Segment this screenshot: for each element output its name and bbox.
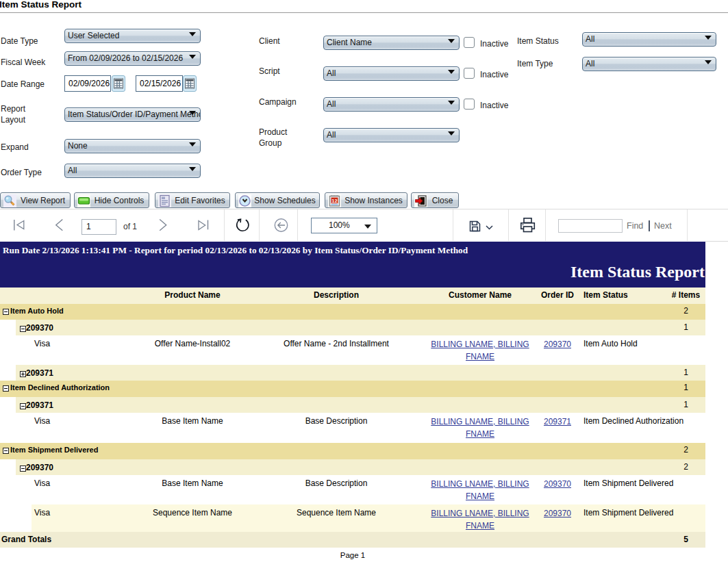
svg-text:12: 12 — [331, 198, 337, 204]
